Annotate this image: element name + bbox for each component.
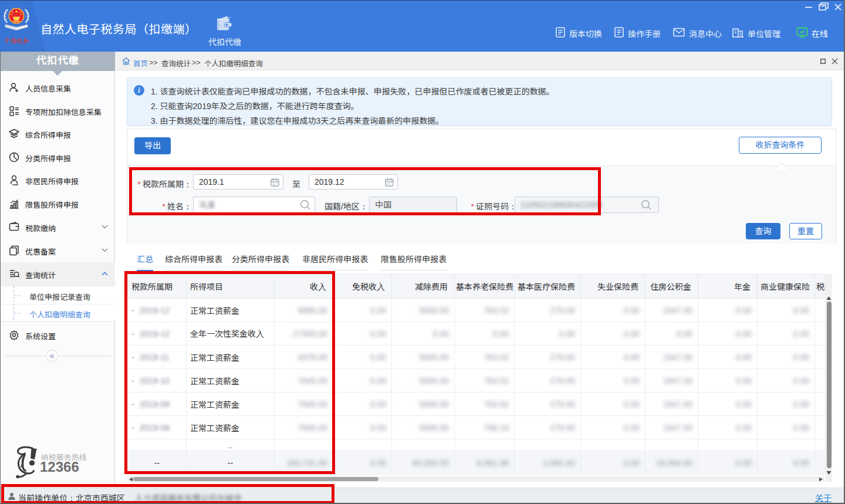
svg-text:中国税务: 中国税务 — [4, 37, 29, 45]
